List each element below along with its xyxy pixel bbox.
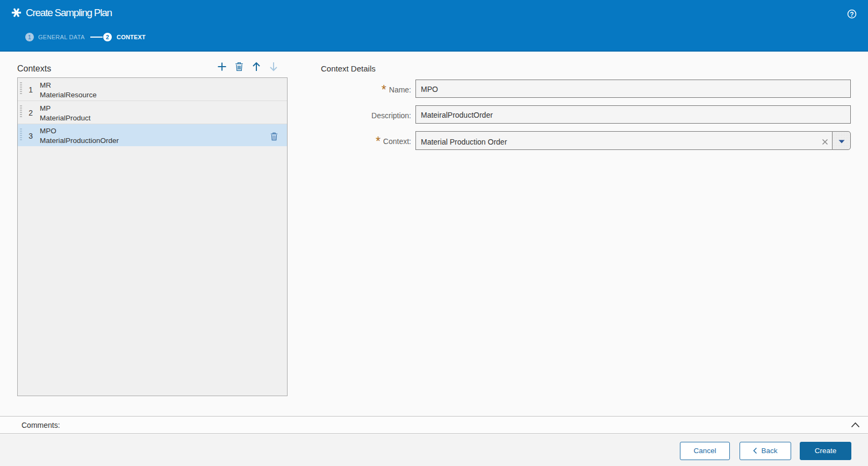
svg-text:?: ? [850,11,853,18]
